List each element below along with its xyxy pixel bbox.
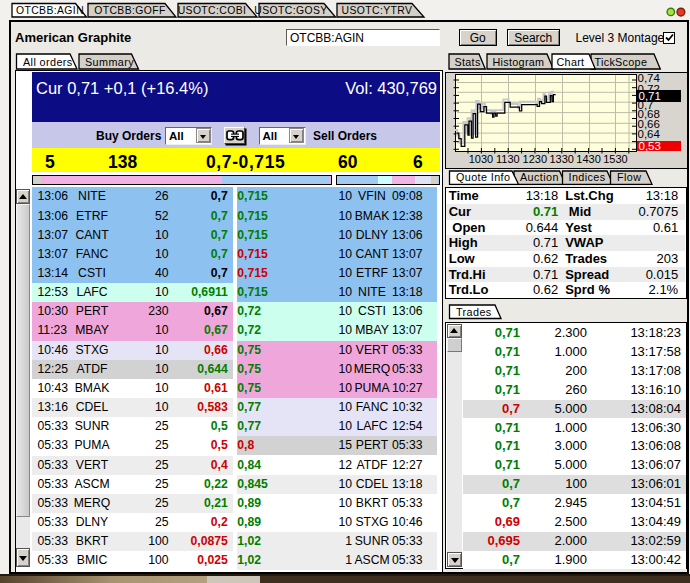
svg-text:OTCBB:AGIN: OTCBB:AGIN	[16, 5, 84, 16]
svg-text:Stats: Stats	[455, 56, 481, 68]
svg-text:Auction: Auction	[520, 171, 559, 183]
svg-text:Histogram: Histogram	[493, 56, 545, 68]
svg-text:Flow: Flow	[617, 171, 641, 183]
svg-text:USOTC:GOSY: USOTC:GOSY	[254, 5, 327, 16]
svg-text:Trades: Trades	[456, 305, 492, 317]
svg-text:Indices: Indices	[569, 171, 606, 183]
svg-text:TickScope: TickScope	[595, 56, 648, 68]
svg-text:Summary: Summary	[85, 56, 134, 68]
svg-text:All orders: All orders	[23, 56, 73, 68]
svg-text:USOTC:COBI: USOTC:COBI	[178, 5, 247, 16]
svg-text:Quote Info: Quote Info	[456, 171, 510, 183]
svg-text:Chart: Chart	[557, 56, 585, 68]
svg-text:USOTC:YTRV: USOTC:YTRV	[342, 5, 413, 16]
svg-text:OTCBB:GOFF: OTCBB:GOFF	[94, 5, 166, 16]
